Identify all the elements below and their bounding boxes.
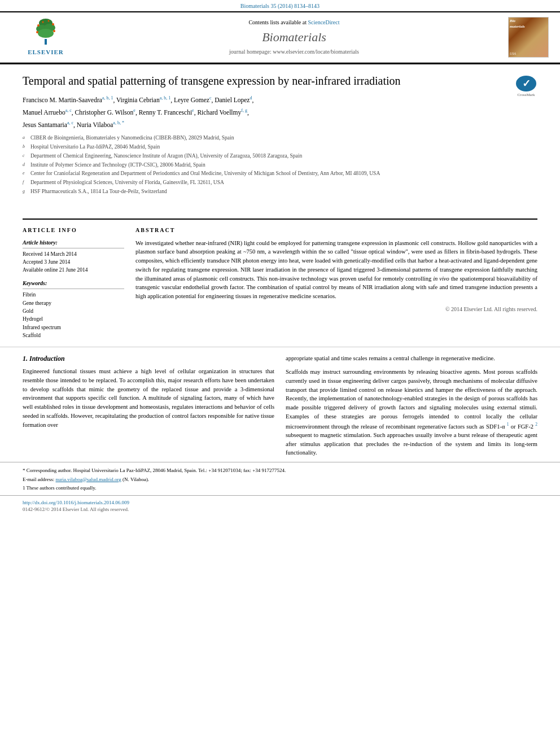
affiliation-text: Institute of Polymer Science and Technol… [30, 161, 205, 169]
crossmark-icon: ✓ [522, 77, 531, 91]
intro-right-para-2: Scaffolds may instruct surrounding envir… [286, 368, 537, 457]
keywords-label: Keywords: [23, 279, 124, 289]
svg-point-9 [42, 21, 44, 23]
keyword-item: Gold [23, 308, 124, 315]
keyword-item: Infrared spectrum [23, 324, 124, 331]
history-label: Article history: [23, 239, 124, 248]
body-right-column: appropriate spatial and time scales rema… [286, 354, 537, 462]
doi-url[interactable]: http://dx.doi.org/10.1016/j.biomaterials… [23, 499, 537, 506]
received-date: Received 14 March 2014 [23, 251, 124, 258]
abstract-heading: ABSTRACT [135, 226, 537, 234]
affiliation-text: Hospital Universitario La Paz-IdiPAZ, 28… [30, 143, 160, 151]
cover-bottom-text: USA [510, 51, 516, 56]
author-martin-saavedra: Francisco M. Martin-Saavedra [23, 97, 102, 103]
article-title: Temporal and spatial patterning of trans… [23, 73, 406, 88]
affiliation-letter: e [23, 170, 28, 178]
author-vilaboa: , Nuria Vilaboa [73, 121, 113, 128]
affiliation-letter: c [23, 152, 28, 160]
body-section: 1. Introduction Engineered functional ti… [0, 354, 560, 462]
journal-info-center: Contents lists available at ScienceDirec… [88, 17, 500, 58]
authors-line-3: Jesus Santamariaa, c, Nuria Vilaboaa, b,… [23, 120, 537, 130]
keyword-item: Scaffold [23, 332, 124, 339]
doi-link[interactable]: http://dx.doi.org/10.1016/j.biomaterials… [23, 500, 129, 505]
authors-line-1: Francisco M. Martin-Saavedraa, b, 1, Vir… [23, 95, 537, 105]
affiliation-text: Center for Craniofacial Regeneration and… [30, 170, 380, 178]
svg-point-5 [37, 24, 40, 27]
elsevier-tree-icon [26, 18, 65, 47]
abstract-column: ABSTRACT We investigated whether near-in… [135, 226, 537, 340]
keyword-item: Gene therapy [23, 300, 124, 307]
section-title-text: Introduction [29, 355, 65, 362]
affiliation-item: dInstitute of Polymer Science and Techno… [23, 161, 537, 169]
affiliation-text: Department of Chemical Engineering, Nano… [30, 152, 302, 160]
doi-copyright: 0142-9612/© 2014 Elsevier Ltd. All right… [23, 506, 537, 513]
affiliation-letter: a [23, 134, 28, 142]
citation-text: Biomaterials 35 (2014) 8134–8143 [240, 3, 320, 9]
affiliation-item: eCenter for Craniofacial Regeneration an… [23, 170, 537, 178]
body-left-column: 1. Introduction Engineered functional ti… [23, 354, 274, 462]
sciencedirect-link[interactable]: ScienceDirect [308, 19, 339, 25]
abstract-text: We investigated whether near-infrared (N… [135, 239, 537, 301]
article-info-heading: ARTICLE INFO [23, 226, 124, 234]
affiliation-item: aCIBER de Bioingeniería, Biomateriales y… [23, 134, 537, 142]
author-lopez: , Daniel Lopez [211, 97, 250, 103]
keyword-item: Fibrin [23, 291, 124, 299]
svg-point-6 [52, 23, 54, 25]
author-sup-10: a, b, * [113, 120, 124, 125]
sciencedirect-notice: Contents lists available at ScienceDirec… [248, 19, 339, 27]
crossmark-badge: ✓ CrossMark [515, 76, 537, 98]
article-header-section: ✓ CrossMark Temporal and spatial pattern… [0, 64, 560, 209]
affiliation-item: cDepartment of Chemical Engineering, Nan… [23, 152, 537, 160]
author-franceschi: , Renny T. Franceschi [135, 109, 192, 116]
authors-line-2: Manuel Arrueboa, c, Christopher G. Wilso… [23, 107, 537, 117]
affiliation-text: Department of Physiological Sciences, Un… [30, 179, 224, 187]
available-date: Available online 21 June 2014 [23, 267, 124, 274]
footnotes-section: * Corresponding author. Hospital Univers… [0, 462, 560, 492]
article-content-columns: ARTICLE INFO Article history: Received 1… [23, 219, 537, 340]
author-sup-9: a, c [67, 120, 73, 125]
affiliation-letter: g [23, 188, 28, 196]
author-sup-8: f, g [241, 108, 247, 113]
affiliation-text: HSF Pharmaceuticals S.A., 1814 La Tour-d… [30, 188, 167, 196]
introduction-heading: 1. Introduction [23, 354, 274, 364]
journal-header: ELSEVIER Contents lists available at Sci… [0, 11, 560, 63]
author-sup-2: a, b, 1 [160, 95, 171, 101]
author-santamaria: Jesus Santamaria [23, 121, 67, 128]
keywords-list: FibrinGene therapyGoldHydrogelInfrared s… [23, 291, 124, 339]
intro-right-para-1: appropriate spatial and time scales rema… [286, 354, 537, 363]
journal-homepage: journal homepage: www.elsevier.com/locat… [229, 48, 359, 56]
journal-cover-image: Biomaterials USA [508, 17, 549, 58]
article-info-column: ARTICLE INFO Article history: Received 1… [23, 226, 124, 340]
journal-cover-area: Biomaterials USA [506, 17, 551, 58]
author-sup-5: a, c [65, 108, 72, 113]
footnote-email[interactable]: nuria.vilaboa@salud.madrid.org [55, 477, 121, 482]
author-gomez: , Leyre Gomez [170, 97, 209, 103]
svg-point-7 [36, 31, 38, 33]
author-voellmy: , Richard Voellmy [194, 109, 242, 116]
affiliation-letter: f [23, 179, 28, 187]
author-arruebo: Manuel Arruebo [23, 109, 65, 116]
crossmark-label: CrossMark [517, 93, 535, 98]
svg-point-10 [48, 20, 50, 22]
sciencedirect-prefix: Contents lists available at [248, 19, 308, 25]
section-number: 1. [23, 355, 28, 362]
affiliation-text: CIBER de Bioingeniería, Biomateriales y … [30, 134, 234, 142]
author-wilson: , Christopher G. Wilson [72, 109, 134, 116]
svg-point-4 [38, 29, 54, 38]
accepted-date: Accepted 3 June 2014 [23, 259, 124, 266]
journal-citation: Biomaterials 35 (2014) 8134–8143 [0, 0, 560, 11]
article-history: Article history: Received 14 March 2014 … [23, 239, 124, 274]
intro-left-para-1: Engineered functional tissues must achie… [23, 367, 274, 429]
affiliation-letter: b [23, 143, 28, 151]
doi-section: http://dx.doi.org/10.1016/j.biomaterials… [0, 495, 560, 517]
affiliation-item: fDepartment of Physiological Sciences, U… [23, 179, 537, 187]
affiliations-list: aCIBER de Bioingeniería, Biomateriales y… [23, 134, 537, 195]
cover-overlay-text: Biomaterials [510, 19, 525, 30]
svg-point-8 [53, 30, 55, 32]
author-cebrian: , Virginia Cebrian [113, 97, 159, 103]
svg-rect-0 [45, 39, 47, 45]
crossmark-circle: ✓ [516, 76, 536, 91]
elsevier-wordmark: ELSEVIER [28, 48, 64, 56]
affiliation-item: bHospital Universitario La Paz-IdiPAZ, 2… [23, 143, 537, 151]
elsevier-logo: ELSEVIER [26, 18, 65, 56]
